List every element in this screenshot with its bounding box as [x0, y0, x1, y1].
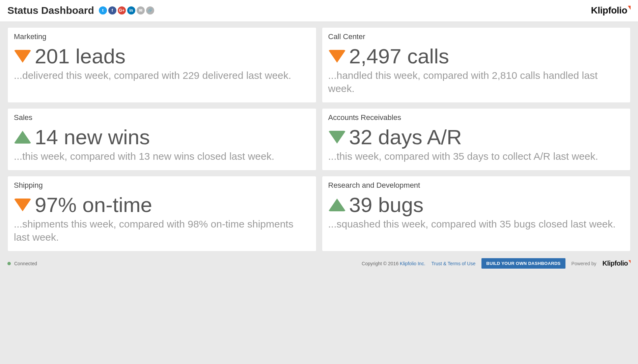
card-shipping: Shipping 97% on-time ...shipments this w…	[7, 176, 316, 251]
card-title: Shipping	[14, 181, 310, 190]
metric-row: 32 days A/R	[328, 127, 625, 148]
metric-value: 32 days A/R	[349, 127, 462, 148]
trend-up-icon	[328, 199, 346, 211]
metric-subtext: ...shipments this week, compared with 98…	[14, 217, 310, 244]
card-marketing: Marketing 201 leads ...delivered this we…	[7, 27, 316, 103]
trend-up-icon	[14, 131, 31, 144]
copy-link-icon[interactable]: 🔗	[146, 6, 154, 14]
footer-brand-logo: Klipfolio	[603, 260, 631, 267]
metric-row: 201 leads	[14, 46, 310, 67]
card-accounts-receivables: Accounts Receivables 32 days A/R ...this…	[322, 108, 631, 171]
header-bar: Status Dashboard t f G+ in ✉ 🔗 Klipfolio	[0, 0, 638, 22]
card-research-development: Research and Development 39 bugs ...squa…	[322, 176, 631, 251]
terms-link[interactable]: Trust & Terms of Use	[432, 261, 476, 266]
metric-value: 201 leads	[35, 46, 126, 67]
twitter-icon[interactable]: t	[99, 6, 107, 14]
brand-text: Klipfolio	[591, 5, 627, 16]
metric-value: 2,497 calls	[349, 46, 449, 67]
metric-row: 39 bugs	[328, 194, 625, 215]
metric-subtext: ...this week, compared with 35 days to c…	[328, 150, 625, 163]
copyright-text: Copyright © 2016 Klipfolio Inc.	[362, 261, 425, 266]
powered-by-text: Powered by	[572, 261, 597, 266]
dashboard-grid: Marketing 201 leads ...delivered this we…	[0, 22, 638, 255]
facebook-icon[interactable]: f	[108, 6, 116, 14]
status-text: Connected	[14, 261, 37, 266]
trend-down-icon	[328, 131, 346, 144]
page-title: Status Dashboard	[7, 5, 94, 16]
trend-down-icon	[14, 199, 31, 211]
metric-row: 2,497 calls	[328, 46, 625, 67]
build-dashboards-button[interactable]: BUILD YOUR OWN DASHBOARDS	[481, 258, 565, 269]
metric-value: 14 new wins	[35, 127, 150, 148]
trend-down-icon	[14, 50, 31, 63]
metric-row: 14 new wins	[14, 127, 310, 148]
email-icon[interactable]: ✉	[137, 6, 145, 14]
googleplus-icon[interactable]: G+	[118, 6, 126, 14]
metric-subtext: ...handled this week, compared with 2,81…	[328, 69, 625, 95]
card-title: Accounts Receivables	[328, 113, 625, 122]
metric-subtext: ...squashed this week, compared with 35 …	[328, 217, 625, 231]
footer-bar: Connected Copyright © 2016 Klipfolio Inc…	[0, 255, 638, 275]
linkedin-icon[interactable]: in	[127, 6, 135, 14]
copyright-prefix: Copyright © 2016	[362, 261, 400, 266]
metric-value: 97% on-time	[35, 194, 152, 215]
footer-right: Copyright © 2016 Klipfolio Inc. Trust & …	[362, 258, 631, 269]
metric-value: 39 bugs	[349, 194, 424, 215]
card-sales: Sales 14 new wins ...this week, compared…	[7, 108, 316, 171]
org-link[interactable]: Klipfolio Inc.	[400, 261, 425, 266]
card-call-center: Call Center 2,497 calls ...handled this …	[322, 27, 631, 103]
metric-subtext: ...delivered this week, compared with 22…	[14, 69, 310, 82]
brand-logo: Klipfolio	[591, 5, 631, 16]
card-title: Call Center	[328, 32, 625, 41]
status-dot-icon	[7, 262, 11, 265]
card-title: Marketing	[14, 32, 310, 41]
brand-accent-icon	[629, 260, 631, 263]
card-title: Sales	[14, 113, 310, 122]
share-icon-row: t f G+ in ✉ 🔗	[99, 6, 154, 14]
header-left: Status Dashboard t f G+ in ✉ 🔗	[7, 5, 154, 16]
metric-row: 97% on-time	[14, 194, 310, 215]
brand-accent-icon	[628, 6, 631, 10]
brand-text: Klipfolio	[603, 260, 628, 267]
card-title: Research and Development	[328, 181, 625, 190]
connection-status: Connected	[7, 261, 37, 266]
metric-subtext: ...this week, compared with 13 new wins …	[14, 150, 310, 163]
trend-down-icon	[328, 50, 346, 63]
